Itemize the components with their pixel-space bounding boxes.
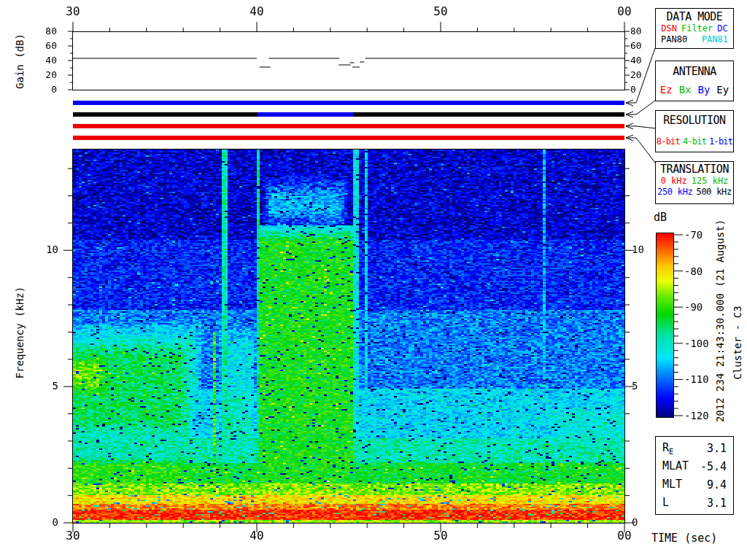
ephemeris-value: 9.4 (707, 478, 727, 491)
time-tick-label-bottom: 50 (425, 530, 457, 542)
data-mode-panel: DATA MODE DSNFilterDC PAN80PAN81 (655, 8, 734, 49)
data-mode-options: DSNFilterDC (656, 23, 733, 34)
spectrogram-frame (72, 149, 625, 524)
resolution-bar (73, 124, 624, 128)
gain-axis-title: Gain (dB) (13, 10, 26, 112)
data-mode-title: DATA MODE (656, 11, 733, 23)
ephemeris-row: L 3.1 (656, 494, 733, 512)
time-tick-label-top: 40 (241, 6, 273, 18)
time-tick-label-bottom: 40 (241, 530, 273, 542)
data-mode-options: PAN80PAN81 (656, 34, 733, 45)
left-arrow-icon (626, 135, 655, 163)
legend-item: 4-bit (683, 136, 706, 147)
colorbar-tick-label: -110 (684, 373, 709, 385)
antenna-title: ANTENNA (656, 66, 733, 78)
timestamp-annotation: 2012 234 21:43:30.000 (21 August) (714, 208, 726, 434)
ephemeris-value: 3.1 (707, 442, 727, 455)
legend-item: 0 kHz (661, 176, 687, 187)
left-arrow-icon (626, 101, 655, 117)
legend-item: Ey (716, 85, 729, 96)
legend-item: Filter (681, 23, 713, 34)
freq-tick-label-right: 5 (632, 380, 661, 392)
data-mode-bar (73, 101, 624, 105)
freq-tick-label-left: 0 (31, 516, 58, 528)
freq-tick-label-left: 5 (31, 380, 58, 392)
ephemeris-label: RE (662, 441, 673, 456)
gain-tick-label-right: 20 (630, 69, 659, 81)
translation-bar (73, 136, 624, 140)
resolution-options: 8-bit4-bit1-bit (656, 136, 733, 147)
time-tick-label-top: 50 (425, 6, 457, 18)
legend-item: 125 kHz (692, 176, 729, 187)
ephemeris-label: MLAT (662, 459, 689, 474)
ephemeris-panel: RE 3.1 MLAT -5.4 MLT 9.4 L 3.1 (655, 436, 734, 515)
legend-item: PAN81 (702, 34, 728, 45)
antenna-bar (73, 112, 258, 117)
translation-options: 0 kHz125 kHz (656, 176, 733, 187)
ephemeris-value: 3.1 (707, 497, 727, 510)
antenna-options: EzBxByEy (656, 85, 733, 96)
legend-item: 500 kHz (697, 187, 732, 198)
gain-tick-label-right: 60 (630, 40, 659, 52)
legend-item: Ez (660, 85, 673, 96)
gain-tick-label-left: 20 (29, 69, 57, 81)
ephemeris-row: MLAT -5.4 (656, 457, 733, 475)
gain-tick-label-left: 40 (29, 55, 57, 66)
gain-tick-label-right: 80 (630, 26, 659, 37)
time-tick-label-bottom: 00 (608, 530, 640, 542)
translation-options: 250 kHz500 kHz (656, 187, 733, 198)
colorbar-title: dB (654, 211, 667, 224)
colorbar-tick-label: -80 (684, 265, 703, 277)
translation-panel: TRANSLATION 0 kHz125 kHz 250 kHz500 kHz (655, 161, 734, 204)
legend-item: 250 kHz (657, 187, 692, 198)
resolution-title: RESOLUTION (656, 114, 733, 127)
time-tick-label-top: 30 (57, 6, 89, 18)
colorbar-tick-label: -90 (684, 301, 703, 313)
gain-tick-label-left: 80 (29, 26, 57, 37)
antenna-bar (258, 112, 353, 117)
translation-title: TRANSLATION (656, 163, 733, 176)
freq-tick-label-right: 0 (632, 516, 661, 528)
antenna-panel: ANTENNA EzBxByEy (655, 61, 734, 101)
legend-item: 1-bit (709, 136, 732, 147)
legend-item: DSN (661, 23, 677, 34)
legend-item: 8-bit (657, 136, 680, 147)
freq-tick-label-right: 10 (632, 244, 661, 255)
ephemeris-label: MLT (662, 478, 682, 492)
gain-tick-label-right: 0 (630, 84, 659, 96)
ephemeris-value: -5.4 (700, 460, 727, 473)
gain-tick-label-left: 60 (29, 40, 57, 52)
freq-tick-label-left: 10 (31, 244, 58, 255)
colorbar-tick-label: -120 (684, 410, 709, 421)
legend-item: PAN80 (661, 34, 687, 45)
time-tick-label-bottom: 30 (57, 530, 89, 542)
ephemeris-label: L (662, 496, 669, 510)
ephemeris-row: RE 3.1 (656, 439, 733, 457)
colorbar-tick-label: -100 (684, 338, 709, 349)
left-arrow-icon (626, 123, 655, 129)
frequency-axis-title: Frequency (kHz) (13, 281, 26, 384)
antenna-bar (353, 112, 624, 117)
time-tick-label-top: 00 (608, 6, 640, 18)
colorbar-tick-label: -70 (684, 229, 703, 241)
wbd-spectrogram-display: { "side_text": { "datetime": "2012 234 2… (0, 0, 747, 560)
legend-item: Bx (679, 85, 692, 96)
legend-item: DC (717, 23, 727, 34)
resolution-panel: RESOLUTION 8-bit4-bit1-bit (655, 110, 734, 152)
gain-tick-label-left: 0 (29, 84, 57, 96)
gain-tick-label-right: 40 (630, 55, 659, 66)
spacecraft-annotation: Cluster - C3 (732, 295, 743, 390)
legend-item: By (698, 85, 711, 96)
ephemeris-row: MLT 9.4 (656, 475, 733, 494)
time-axis-title: TIME (sec) (651, 532, 717, 545)
gain-plot-frame (72, 31, 625, 90)
